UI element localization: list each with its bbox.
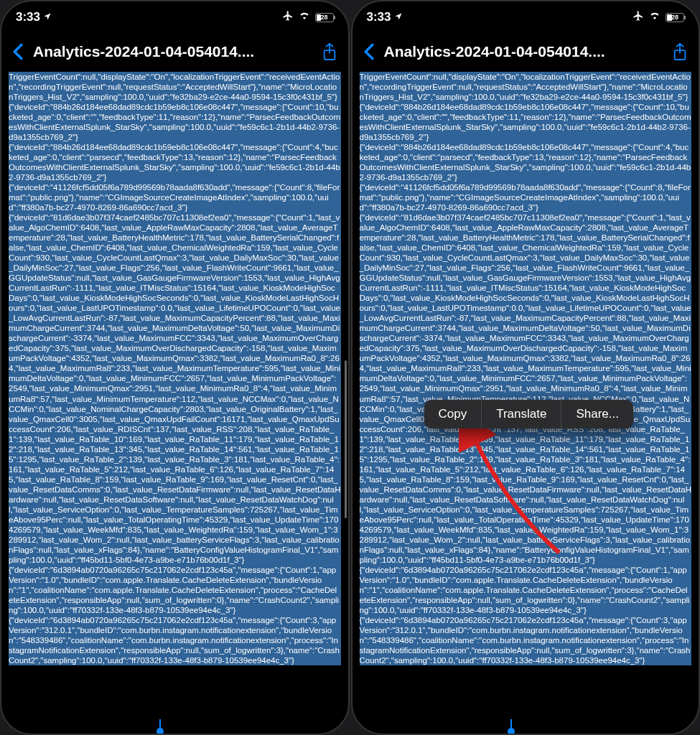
share-button[interactable] (667, 39, 693, 65)
status-bar: 3:33 28 (353, 1, 699, 33)
nav-bar: Analytics-2024-01-04-054014.... (1, 33, 348, 70)
location-icon (394, 10, 403, 24)
selection-handle[interactable] (159, 719, 161, 729)
annotation-arrow (459, 423, 574, 560)
log-text[interactable]: TriggerEventCount":null,"displayState":"… (360, 72, 692, 665)
back-button[interactable] (358, 41, 380, 62)
wifi-icon (648, 10, 661, 24)
share-button[interactable] (317, 39, 342, 65)
status-time: 3:33 (367, 10, 391, 24)
scrollbar[interactable] (345, 360, 347, 518)
nav-bar: Analytics-2024-01-04-054014.... (353, 33, 699, 70)
wifi-icon (298, 10, 311, 24)
context-translate[interactable]: Translate (482, 400, 561, 429)
location-icon (43, 10, 52, 24)
screenshot-right: 3:33 28 Analytics-2024-01-04-054014.... (351, 0, 701, 735)
log-content[interactable]: TriggerEventCount":null,"displayState":"… (1, 70, 348, 731)
screenshot-left: 3:33 28 Analytics-2024-01-04-054014.... (0, 0, 350, 735)
airplane-icon (633, 10, 644, 25)
airplane-icon (282, 10, 294, 25)
selection-handle[interactable] (510, 719, 512, 729)
context-share[interactable]: Share... (561, 400, 633, 429)
log-text[interactable]: TriggerEventCount":null,"displayState":"… (9, 72, 341, 665)
context-copy[interactable]: Copy (424, 400, 482, 429)
context-menu: Copy Translate Share... (424, 400, 633, 429)
back-button[interactable] (7, 41, 29, 62)
page-title: Analytics-2024-01-04-054014.... (33, 43, 312, 60)
battery-icon: 28 (666, 13, 684, 22)
status-time: 3:33 (16, 10, 40, 24)
battery-icon: 28 (315, 13, 334, 22)
status-bar: 3:33 28 (1, 1, 348, 33)
page-title: Analytics-2024-01-04-054014.... (384, 43, 663, 60)
